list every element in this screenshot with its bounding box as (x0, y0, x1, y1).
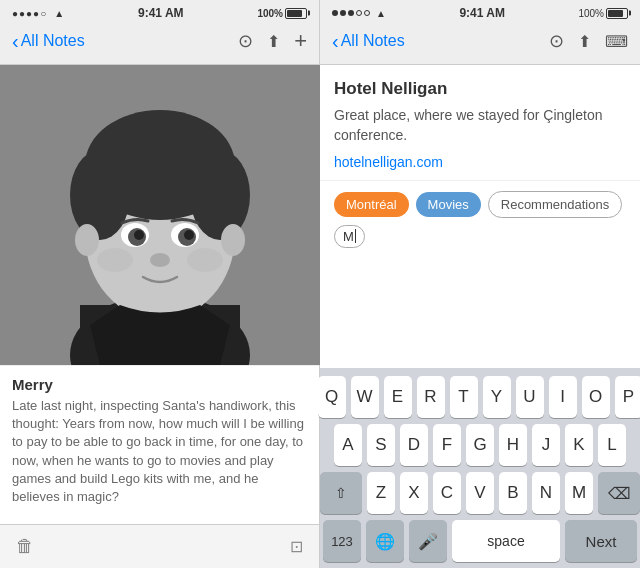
key-x[interactable]: X (400, 472, 428, 514)
svg-point-7 (70, 150, 130, 240)
note-detail-title: Hotel Nelligan (334, 79, 626, 99)
key-r[interactable]: R (417, 376, 445, 418)
right-time: 9:41 AM (459, 6, 505, 20)
key-i[interactable]: I (549, 376, 577, 418)
archive-icon[interactable]: ⊡ (290, 537, 303, 556)
key-b[interactable]: B (499, 472, 527, 514)
key-f[interactable]: F (433, 424, 461, 466)
key-v[interactable]: V (466, 472, 494, 514)
trash-icon[interactable]: 🗑 (16, 536, 34, 557)
note-title: Merry (12, 376, 307, 393)
tag-cursor (355, 229, 356, 243)
left-signal: ●●●●○ ▲ (12, 6, 64, 20)
keyboard-row-2: A S D F G H J K L (323, 424, 637, 466)
right-battery-icon (606, 8, 628, 19)
note-image (0, 65, 320, 365)
number-key[interactable]: 123 (323, 520, 361, 562)
key-l[interactable]: L (598, 424, 626, 466)
svg-point-19 (187, 248, 223, 272)
left-back-button[interactable]: ‹ All Notes (12, 30, 85, 53)
keyboard-bottom-row: 123 🌐 🎤 space Next (323, 520, 637, 562)
signal-dot-2 (340, 10, 346, 16)
key-h[interactable]: H (499, 424, 527, 466)
svg-point-8 (190, 150, 250, 240)
left-battery: 100% (257, 6, 307, 20)
signal-dot-1 (332, 10, 338, 16)
shift-key[interactable]: ⇧ (320, 472, 362, 514)
key-o[interactable]: O (582, 376, 610, 418)
right-camera-icon[interactable]: ⊙ (549, 30, 564, 52)
right-wifi-icon: ▲ (376, 8, 386, 19)
battery-label: 100% (257, 8, 283, 19)
right-share-icon[interactable]: ⬆ (578, 32, 591, 51)
key-p[interactable]: P (615, 376, 641, 418)
signal-dot-4 (356, 10, 362, 16)
note-detail-link[interactable]: hotelnelligan.com (334, 154, 626, 170)
left-footer: 🗑 ⊡ (0, 524, 319, 568)
right-status-bar: ▲ 9:41 AM 100% (320, 6, 640, 20)
globe-key[interactable]: 🌐 (366, 520, 404, 562)
right-panel: ▲ 9:41 AM 100% ‹ All Notes ⊙ ⬆ ⌨ Hotel N… (320, 0, 640, 568)
key-g[interactable]: G (466, 424, 494, 466)
key-e[interactable]: E (384, 376, 412, 418)
key-s[interactable]: S (367, 424, 395, 466)
keyboard-hide-icon[interactable]: ⌨ (605, 32, 628, 51)
tag-input[interactable]: M (334, 225, 365, 248)
tag-input-text: M (343, 229, 354, 244)
left-back-arrow-icon: ‹ (12, 30, 19, 53)
right-header: ▲ 9:41 AM 100% ‹ All Notes ⊙ ⬆ ⌨ (320, 0, 640, 65)
share-icon[interactable]: ⬆ (267, 32, 280, 51)
right-back-button[interactable]: ‹ All Notes (332, 30, 405, 53)
note-detail-body: Great place, where we stayed for Çinglet… (334, 105, 626, 146)
left-panel: ●●●●○ ▲ 9:41 AM 100% ‹ All Notes ⊙ ⬆ + (0, 0, 320, 568)
key-q[interactable]: Q (318, 376, 346, 418)
space-key[interactable]: space (452, 520, 560, 562)
left-back-label: All Notes (21, 32, 85, 50)
key-w[interactable]: W (351, 376, 379, 418)
key-j[interactable]: J (532, 424, 560, 466)
left-status-bar: ●●●●○ ▲ 9:41 AM 100% (0, 6, 319, 20)
left-header: ●●●●○ ▲ 9:41 AM 100% ‹ All Notes ⊙ ⬆ + (0, 0, 319, 65)
key-t[interactable]: T (450, 376, 478, 418)
key-m[interactable]: M (565, 472, 593, 514)
key-y[interactable]: Y (483, 376, 511, 418)
key-u[interactable]: U (516, 376, 544, 418)
signal-icon: ●●●●○ (12, 8, 47, 19)
camera-icon[interactable]: ⊙ (238, 30, 253, 52)
delete-key[interactable]: ⌫ (598, 472, 640, 514)
add-icon[interactable]: + (294, 28, 307, 54)
tags-area: Montréal Movies Recommendations M (320, 181, 640, 258)
note-detail: Hotel Nelligan Great place, where we sta… (320, 65, 640, 181)
keyboard-row-3: ⇧ Z X C V B N M ⌫ (323, 472, 637, 514)
right-battery-label: 100% (578, 8, 604, 19)
right-signal-dots: ▲ (332, 6, 386, 20)
key-a[interactable]: A (334, 424, 362, 466)
svg-point-9 (75, 224, 99, 256)
note-body: Late last night, inspecting Santa's hand… (12, 397, 307, 506)
right-battery: 100% (578, 6, 628, 20)
tag-montreal[interactable]: Montréal (334, 192, 409, 217)
right-header-icons: ⊙ ⬆ ⌨ (549, 30, 628, 52)
right-back-label: All Notes (341, 32, 405, 50)
keyboard: Q W E R T Y U I O P A S D F G H J K L ⇧ … (320, 368, 640, 568)
mic-key[interactable]: 🎤 (409, 520, 447, 562)
key-k[interactable]: K (565, 424, 593, 466)
wifi-icon-left: ▲ (54, 8, 64, 19)
tag-recommendations[interactable]: Recommendations (488, 191, 622, 218)
left-header-icons: ⊙ ⬆ + (238, 28, 307, 54)
left-time: 9:41 AM (138, 6, 184, 20)
svg-point-18 (97, 248, 133, 272)
right-back-arrow-icon: ‹ (332, 30, 339, 53)
key-n[interactable]: N (532, 472, 560, 514)
key-z[interactable]: Z (367, 472, 395, 514)
keyboard-row-1: Q W E R T Y U I O P (323, 376, 637, 418)
svg-point-16 (184, 230, 194, 240)
svg-point-10 (221, 224, 245, 256)
next-key[interactable]: Next (565, 520, 637, 562)
key-c[interactable]: C (433, 472, 461, 514)
key-d[interactable]: D (400, 424, 428, 466)
left-note-content: Merry Late last night, inspecting Santa'… (0, 365, 319, 524)
tag-movies[interactable]: Movies (416, 192, 481, 217)
signal-dot-3 (348, 10, 354, 16)
signal-dot-5 (364, 10, 370, 16)
